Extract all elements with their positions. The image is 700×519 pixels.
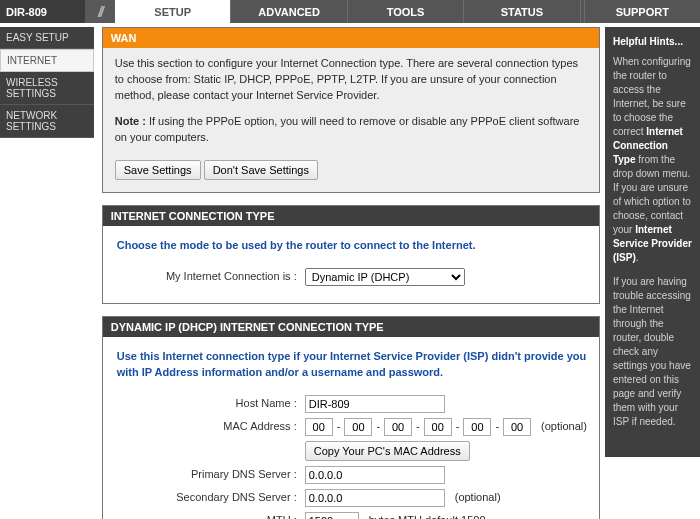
sidebar-item-easy-setup[interactable]: EASY SETUP bbox=[0, 27, 94, 49]
secondary-dns-label: Secondary DNS Server : bbox=[115, 490, 305, 506]
wan-note-text: If using the PPPoE option, you will need… bbox=[115, 115, 580, 143]
wan-body: Use this section to configure your Inter… bbox=[103, 48, 599, 192]
mac-sep: - bbox=[376, 419, 380, 435]
mtu-label: MTU : bbox=[115, 513, 305, 519]
wan-panel: WAN Use this section to configure your I… bbox=[102, 27, 600, 193]
ict-label: My Internet Connection is : bbox=[115, 269, 305, 285]
mtu-suffix: bytes MTU default 1500 bbox=[369, 513, 486, 519]
helpful-hints: Helpful Hints... When configuring the ro… bbox=[605, 27, 700, 457]
primary-dns-input[interactable] bbox=[305, 466, 445, 484]
mac-octet-2[interactable] bbox=[344, 418, 372, 436]
ict-intro: Choose the mode to be used by the router… bbox=[117, 238, 587, 254]
ict-body: Choose the mode to be used by the router… bbox=[103, 226, 599, 303]
main-content: WAN Use this section to configure your I… bbox=[94, 27, 605, 519]
dhcp-title: DYNAMIC IP (DHCP) INTERNET CONNECTION TY… bbox=[103, 317, 599, 337]
dont-save-button[interactable]: Don't Save Settings bbox=[204, 160, 318, 180]
mac-sep: - bbox=[495, 419, 499, 435]
tab-status[interactable]: STATUS bbox=[463, 0, 579, 23]
mac-octet-1[interactable] bbox=[305, 418, 333, 436]
sidebar-item-wireless[interactable]: WIRELESS SETTINGS bbox=[0, 72, 94, 105]
sidebar-item-internet[interactable]: INTERNET bbox=[0, 49, 94, 72]
mtu-input[interactable] bbox=[305, 512, 359, 520]
sidebar-item-network[interactable]: NETWORK SETTINGS bbox=[0, 105, 94, 138]
mac-sep: - bbox=[337, 419, 341, 435]
mac-sep: - bbox=[416, 419, 420, 435]
sdns-optional-label: (optional) bbox=[455, 490, 501, 506]
hints-p2: If you are having trouble accessing the … bbox=[613, 275, 692, 429]
hints-p1: When configuring the router to access th… bbox=[613, 55, 692, 265]
tab-support[interactable]: SUPPORT bbox=[584, 0, 700, 23]
tab-tools[interactable]: TOOLS bbox=[347, 0, 463, 23]
wan-title: WAN bbox=[103, 28, 599, 48]
dhcp-intro: Use this Internet connection type if you… bbox=[117, 349, 587, 381]
connection-type-select[interactable]: Dynamic IP (DHCP) bbox=[305, 268, 465, 286]
mac-octet-3[interactable] bbox=[384, 418, 412, 436]
hints-title: Helpful Hints... bbox=[613, 35, 692, 49]
mac-octet-5[interactable] bbox=[463, 418, 491, 436]
wan-note-label: Note : bbox=[115, 115, 146, 127]
mac-octet-6[interactable] bbox=[503, 418, 531, 436]
host-name-input[interactable] bbox=[305, 395, 445, 413]
mac-sep: - bbox=[456, 419, 460, 435]
dhcp-body: Use this Internet connection type if you… bbox=[103, 337, 599, 519]
secondary-dns-input[interactable] bbox=[305, 489, 445, 507]
mac-optional-label: (optional) bbox=[541, 419, 587, 435]
ict-title: INTERNET CONNECTION TYPE bbox=[103, 206, 599, 226]
ict-panel: INTERNET CONNECTION TYPE Choose the mode… bbox=[102, 205, 600, 304]
tab-advanced[interactable]: ADVANCED bbox=[230, 0, 346, 23]
primary-dns-label: Primary DNS Server : bbox=[115, 467, 305, 483]
dhcp-panel: DYNAMIC IP (DHCP) INTERNET CONNECTION TY… bbox=[102, 316, 600, 519]
topbar: DIR-809 // SETUP ADVANCED TOOLS STATUS S… bbox=[0, 0, 700, 23]
tab-setup[interactable]: SETUP bbox=[115, 0, 230, 23]
main-tabs: SETUP ADVANCED TOOLS STATUS SUPPORT bbox=[115, 0, 700, 23]
model-label: DIR-809 bbox=[0, 0, 85, 23]
slash-decor: // bbox=[85, 0, 115, 23]
host-name-label: Host Name : bbox=[115, 396, 305, 412]
wan-intro: Use this section to configure your Inter… bbox=[115, 56, 587, 104]
copy-mac-button[interactable]: Copy Your PC's MAC Address bbox=[305, 441, 470, 461]
mac-octet-4[interactable] bbox=[424, 418, 452, 436]
save-button[interactable]: Save Settings bbox=[115, 160, 201, 180]
mac-label: MAC Address : bbox=[115, 419, 305, 435]
sidebar: EASY SETUP INTERNET WIRELESS SETTINGS NE… bbox=[0, 27, 94, 138]
